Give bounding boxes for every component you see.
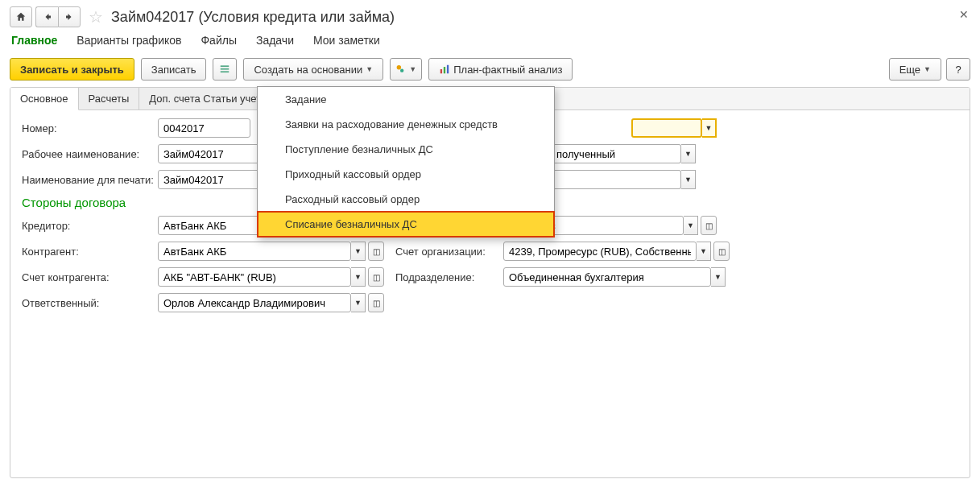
plan-fact-label: План-фактный анализ: [453, 64, 562, 76]
window-title: Займ042017 (Условия кредита или займа): [111, 9, 395, 26]
menu-item-cash-in-order[interactable]: Приходный кассовый ордер: [258, 162, 554, 187]
attach-button[interactable]: ▼: [390, 58, 422, 81]
svg-rect-6: [444, 67, 445, 73]
responsible-dropdown[interactable]: ▼: [351, 293, 366, 312]
svg-point-4: [400, 68, 403, 72]
cp-account-dropdown[interactable]: ▼: [351, 267, 366, 287]
arrow-right-icon: [64, 12, 74, 22]
svg-point-3: [397, 65, 401, 69]
highlighted-field[interactable]: [631, 118, 702, 138]
svg-rect-0: [221, 65, 229, 67]
menu-item-cash-out-order[interactable]: Расходный кассовый ордер: [258, 187, 554, 212]
nav-tab-tasks[interactable]: Задачи: [256, 34, 294, 50]
favorite-star-icon[interactable]: ☆: [89, 7, 103, 27]
home-icon: [15, 11, 27, 23]
arrow-left-icon: [43, 12, 52, 22]
nav-tab-main[interactable]: Главное: [11, 34, 57, 50]
svg-rect-7: [447, 65, 449, 74]
menu-item-noncash-out[interactable]: Списание безналичных ДС: [258, 212, 554, 237]
create-based-label: Создать на основании: [254, 64, 362, 76]
chevron-down-icon: ▼: [924, 65, 931, 73]
cp-account-field[interactable]: [158, 267, 351, 287]
svg-rect-1: [221, 68, 229, 70]
menu-item-cash-request[interactable]: Заявки на расходование денежных средств: [258, 112, 554, 137]
nav-tabs: Главное Варианты графиков Файлы Задачи М…: [10, 34, 970, 50]
create-based-button[interactable]: Создать на основании ▼: [243, 58, 383, 81]
org-account-dropdown[interactable]: ▼: [697, 242, 711, 261]
char-dropdown[interactable]: ▼: [681, 170, 696, 189]
responsible-field[interactable]: [158, 293, 351, 312]
svg-rect-2: [221, 71, 229, 72]
back-button[interactable]: [35, 6, 58, 27]
highlighted-dropdown[interactable]: ▼: [702, 118, 717, 138]
plan-fact-button[interactable]: План-фактный анализ: [428, 58, 573, 81]
help-button[interactable]: ?: [946, 58, 970, 81]
chart-icon: [439, 64, 450, 75]
printname-label: Наименование для печати:: [22, 174, 155, 186]
counterparty-field[interactable]: [158, 242, 351, 261]
list-icon: [219, 64, 230, 75]
subtab-calc[interactable]: Расчеты: [79, 88, 140, 109]
nav-tab-files[interactable]: Файлы: [201, 34, 236, 50]
creditor-label: Кредитор:: [22, 220, 155, 232]
org-account-open[interactable]: ◫: [713, 242, 730, 261]
close-button[interactable]: ✕: [959, 8, 969, 21]
save-button[interactable]: Записать: [141, 58, 207, 81]
chevron-down-icon: ▼: [409, 65, 416, 73]
list-button[interactable]: [213, 58, 237, 81]
more-button[interactable]: Еще ▼: [889, 58, 941, 81]
menu-item-task[interactable]: Задание: [258, 87, 554, 112]
type-dropdown[interactable]: ▼: [681, 144, 696, 163]
home-button[interactable]: [10, 6, 32, 27]
dept-label: Подразделение:: [395, 271, 500, 283]
more-label: Еще: [899, 64, 920, 76]
create-based-menu: Задание Заявки на расходование денежных …: [257, 86, 555, 238]
org-open[interactable]: ◫: [701, 216, 717, 235]
cp-account-label: Счет контрагента:: [22, 271, 155, 283]
responsible-label: Ответственный:: [22, 297, 155, 309]
org-account-field[interactable]: [503, 242, 697, 261]
nav-tab-notes[interactable]: Мои заметки: [313, 34, 380, 50]
chevron-down-icon: ▼: [366, 65, 373, 73]
dept-field[interactable]: [503, 267, 711, 287]
number-label: Номер:: [22, 122, 155, 134]
attach-icon: [395, 64, 406, 75]
save-close-button[interactable]: Записать и закрыть: [10, 58, 134, 81]
workname-label: Рабочее наименование:: [22, 148, 155, 160]
svg-rect-5: [440, 69, 442, 73]
nav-tab-graphs[interactable]: Варианты графиков: [76, 34, 181, 50]
subtab-main[interactable]: Основное: [10, 88, 79, 110]
counterparty-label: Контрагент:: [22, 246, 155, 258]
org-account-label: Счет организации:: [395, 246, 500, 258]
responsible-open[interactable]: ◫: [368, 293, 384, 312]
dept-dropdown[interactable]: ▼: [711, 267, 726, 287]
menu-item-noncash-in[interactable]: Поступление безналичных ДС: [258, 137, 554, 162]
cp-account-open[interactable]: ◫: [368, 267, 384, 287]
counterparty-open[interactable]: ◫: [368, 242, 384, 261]
counterparty-dropdown[interactable]: ▼: [351, 242, 366, 261]
number-field[interactable]: [158, 118, 250, 138]
org-dropdown[interactable]: ▼: [684, 216, 698, 235]
forward-button[interactable]: [58, 6, 81, 27]
